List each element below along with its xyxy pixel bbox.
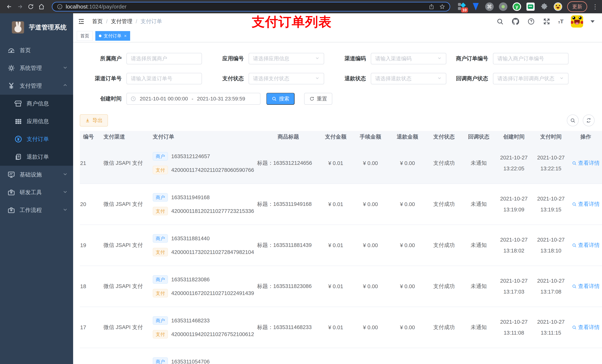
pay-status-select[interactable]: 请选择支付状态 [249, 73, 324, 84]
col-notify: 回调状态 [462, 133, 495, 141]
view-detail-label: 查看详情 [578, 200, 600, 208]
bookmark-star-icon[interactable] [439, 4, 445, 10]
paid-time: 2021-10-2713:18:10 [532, 237, 570, 254]
extension-kite-icon[interactable] [471, 2, 480, 11]
sidebar-item-pay-order[interactable]: 支付订单 [0, 130, 73, 148]
browser-update-button[interactable]: 更新 [567, 1, 587, 12]
reset-label: 重置 [317, 95, 327, 102]
show-search-button[interactable] [567, 114, 579, 126]
pay-status: 支付成功 [426, 241, 462, 249]
app-id-select[interactable]: 请选择应用信息 [249, 53, 324, 64]
sidebar-item-label: 首页 [20, 47, 31, 54]
browser-forward-button[interactable] [16, 2, 24, 11]
view-detail-link[interactable]: 查看详情 [572, 200, 600, 208]
breadcrumb-home[interactable]: 首页 [92, 18, 103, 25]
share-icon[interactable] [429, 4, 434, 10]
search-button[interactable]: 搜索 [266, 93, 294, 105]
user-avatar[interactable] [571, 15, 583, 28]
tag-home[interactable]: 首页 [77, 31, 93, 41]
chevron-down-icon [63, 207, 68, 213]
export-button[interactable]: 导出 [80, 114, 108, 126]
breadcrumb-payment[interactable]: 支付管理 [111, 18, 132, 25]
sidebar-item-label: 基础设施 [20, 171, 42, 178]
tag-close-icon[interactable]: × [124, 33, 127, 39]
notify-status: 未通知 [462, 283, 495, 290]
extension-recorder-icon[interactable] [499, 2, 508, 11]
action-cell: 查看详情 [570, 241, 602, 249]
refresh-table-button[interactable] [583, 114, 595, 126]
browser-menu-button[interactable]: ⋮ [592, 5, 596, 8]
created-time: 2021-10-2713:17:03 [495, 278, 532, 295]
sidebar-fold-button[interactable] [77, 17, 86, 26]
chevron-down-icon [63, 189, 68, 196]
site-info-icon[interactable] [57, 4, 63, 10]
sidebar-item-infrastructure[interactable]: 基础设施 [0, 166, 73, 184]
date-end: 2021-10-31 23:59:59 [197, 96, 245, 102]
merchant-order-no: 1635312124657 [171, 153, 210, 159]
view-detail-link[interactable]: 查看详情 [572, 283, 600, 290]
view-detail-link[interactable]: 查看详情 [572, 324, 600, 331]
merchant-order-no-input[interactable]: 请输入商户订单编号 [493, 53, 569, 64]
refresh-icon [309, 96, 314, 101]
field-label: 支付状态 [202, 75, 249, 82]
paid-time: 2021-10-2713:19:15 [532, 196, 570, 213]
sidebar-item-system[interactable]: 系统管理 [0, 59, 73, 77]
profile-avatar-icon[interactable] [553, 2, 562, 11]
font-size-icon[interactable]: тT [558, 18, 563, 25]
channel-code-select[interactable]: 请输入渠道编码 [371, 53, 446, 64]
merchant-tag: 商户 [153, 234, 168, 243]
browser-back-button[interactable] [5, 2, 14, 11]
tags-view: 首页 支付订单 × [73, 30, 602, 42]
url-input[interactable]: localhost:1024/pay/order [52, 2, 450, 11]
reset-button[interactable]: 重置 [304, 93, 332, 105]
extension-command-icon[interactable]: ⌘ [485, 2, 494, 11]
browser-reload-button[interactable] [26, 2, 35, 11]
notify-status: 未通知 [462, 241, 495, 249]
search-icon[interactable] [496, 17, 504, 26]
extension-chat-icon[interactable] [526, 2, 535, 11]
chevron-down-icon [437, 76, 442, 82]
github-icon[interactable] [511, 17, 520, 26]
paid-time: 2021-10-2713:22:15 [532, 155, 570, 172]
sidebar-item-home[interactable]: 首页 [0, 42, 73, 59]
refund-amount: ¥ 0.00 [389, 160, 426, 166]
sidebar-item-payment[interactable]: 支付管理 [0, 77, 73, 95]
download-icon [85, 118, 90, 123]
merchant-tag: 商户 [153, 316, 168, 325]
sidebar-item-workflow[interactable]: 工作流程 [0, 201, 73, 219]
date-range-picker[interactable]: 2021-10-01 00:00:00 - 2021-10-31 23:59:5… [127, 93, 260, 105]
fullscreen-icon[interactable] [543, 17, 551, 26]
help-icon[interactable] [527, 17, 535, 26]
tag-label: 支付订单 [104, 33, 121, 39]
refund-status-select[interactable]: 请选择退款状态 [371, 73, 446, 84]
field-label: 回调商户状态 [446, 75, 493, 82]
sidebar-item-refund-order[interactable]: 退款订单 [0, 148, 73, 166]
browser-home-button[interactable] [37, 2, 46, 11]
col-created: 创建时间 [495, 133, 532, 141]
orders-table: 编号 支付渠道 支付订单 商品标题 支付金额 手续金额 退款金额 支付状态 回调… [80, 131, 602, 364]
sidebar-item-merchant-info[interactable]: 商户信息 [0, 95, 73, 113]
sidebar-item-app-info[interactable]: 应用信息 [0, 113, 73, 130]
shop-icon [14, 100, 22, 107]
view-detail-link[interactable]: 查看详情 [572, 159, 600, 167]
extension-y-icon[interactable] [512, 2, 521, 11]
view-detail-link[interactable]: 查看详情 [572, 241, 600, 249]
table-toolbar: 导出 [80, 114, 602, 126]
date-separator: - [192, 96, 193, 102]
user-menu-caret-icon[interactable] [591, 20, 595, 23]
channel-order-no: 4200001173202110272847982104 [171, 249, 254, 255]
placeholder: 请输入商户订单编号 [497, 55, 544, 62]
extensions-puzzle-icon[interactable] [540, 2, 549, 11]
sidebar-item-dev-tools[interactable]: 研发工具 [0, 184, 73, 201]
action-cell: 查看详情 [570, 324, 602, 331]
channel-order-no-input[interactable]: 请输入渠道订单号 [127, 73, 202, 84]
notify-status-select[interactable]: 请选择订单回调商户状态 [493, 73, 569, 84]
app-title: 芋道管理系统 [29, 23, 67, 32]
extension-tampermonkey-icon[interactable]: 10 [458, 2, 466, 11]
field-label: 渠道订单号 [80, 75, 127, 82]
navbar-actions: тT [496, 15, 595, 28]
tag-pay-order[interactable]: 支付订单 × [95, 31, 130, 41]
merchant-input[interactable]: 请选择所属商户 [127, 53, 202, 64]
field-label: 商户订单编号 [446, 55, 493, 62]
chevron-down-icon [63, 65, 68, 71]
